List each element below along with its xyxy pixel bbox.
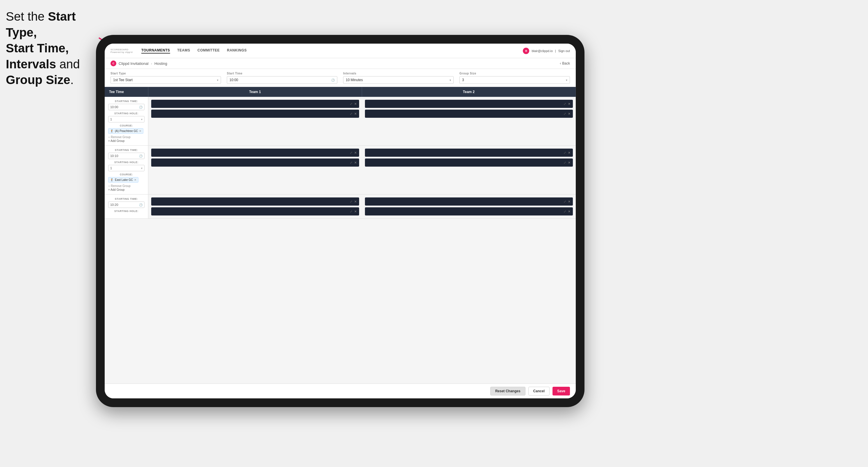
intervals-label: Intervals: [343, 72, 454, 75]
remove-group-0[interactable]: ○ Remove Group: [108, 135, 145, 139]
expand-icon-1-2[interactable]: ⤢: [350, 161, 352, 164]
close-icon-1-1[interactable]: ✕: [354, 151, 357, 155]
close-icon-1-4[interactable]: ✕: [568, 161, 570, 164]
logo-sub: Powered by clipp'd: [111, 51, 133, 54]
expand-icon-2-2[interactable]: ⤢: [350, 210, 352, 213]
expand-icon-1-4[interactable]: ⤢: [563, 161, 566, 164]
group-size-group: Group Size 3 ▾: [460, 72, 570, 84]
course-label-1: COURSE:: [108, 173, 145, 176]
course-remove-1[interactable]: ✕: [134, 178, 136, 182]
close-icon-2-3[interactable]: ✕: [568, 200, 570, 204]
clock-icon-0: 🕐: [139, 105, 143, 109]
expand-icon-0-1[interactable]: ⤢: [350, 102, 352, 106]
table-header: Tee Time Team 1 Team 2: [105, 87, 576, 97]
close-icon-1-3[interactable]: ✕: [568, 151, 570, 155]
annotation-line3: and: [56, 57, 80, 71]
header-tee-time: Tee Time: [105, 87, 148, 97]
expand-icon-0-3[interactable]: ⤢: [563, 102, 566, 106]
course-tag-1: 🏌 East Lake GC ✕: [108, 177, 138, 183]
start-type-group: Start Type 1st Tee Start ▾: [111, 72, 221, 84]
player-slot-0-3: ⤢ ✕: [365, 100, 573, 108]
start-time-select[interactable]: 10:00 🕐: [227, 76, 337, 84]
back-button[interactable]: ‹ Back: [560, 61, 570, 65]
footer-bar: Reset Changes Cancel Save: [105, 383, 576, 398]
start-type-select[interactable]: 1st Tee Start ▾: [111, 76, 221, 84]
team1-slots-2: ⤢ ✕ ⤢ ✕: [148, 194, 362, 218]
player-slot-2-4: ⤢ ✕: [365, 207, 573, 215]
reset-changes-button[interactable]: Reset Changes: [490, 387, 525, 396]
starting-hole-value-1: 1: [110, 166, 112, 170]
table-row: STARTING TIME: 10:00 🕐 STARTING HOLE: 1 …: [105, 97, 576, 146]
expand-icon-2-1[interactable]: ⤢: [350, 200, 352, 204]
expand-icon-1-1[interactable]: ⤢: [350, 151, 352, 155]
team1-slots-1: ⤢ ✕ ⤢ ✕: [148, 146, 362, 194]
close-icon-0-4[interactable]: ✕: [568, 112, 570, 116]
expand-icon-1-3[interactable]: ⤢: [563, 151, 566, 155]
player-slot-1-1: ⤢ ✕: [151, 149, 359, 157]
close-icon-2-2[interactable]: ✕: [354, 210, 357, 213]
group-size-select[interactable]: 3 ▾: [460, 76, 570, 84]
back-chevron: ‹: [560, 61, 561, 65]
table-content: STARTING TIME: 10:00 🕐 STARTING HOLE: 1 …: [105, 97, 576, 383]
expand-icon-0-4[interactable]: ⤢: [563, 112, 566, 116]
add-group-1[interactable]: + Add Group: [108, 188, 145, 191]
hole-chevron-1: ▾: [141, 167, 143, 170]
player-slot-2-2: ⤢ ✕: [151, 207, 359, 215]
expand-icon-0-2[interactable]: ⤢: [350, 112, 352, 116]
close-icon-2-1[interactable]: ✕: [354, 200, 357, 204]
intervals-value: 10 Minutes: [346, 78, 363, 82]
team2-slots-0: ⤢ ✕ ⤢ ✕: [362, 97, 576, 146]
team2-slots-2: ⤢ ✕ ⤢ ✕: [362, 194, 576, 218]
player-slot-1-3: ⤢ ✕: [365, 149, 573, 157]
navbar: SCOREBOARD Powered by clipp'd TOURNAMENT…: [105, 43, 576, 58]
sign-out-link[interactable]: Sign out: [558, 49, 570, 53]
table-row: STARTING TIME: 10:20 🕐 STARTING HOLE: ⤢ …: [105, 194, 576, 219]
add-group-0[interactable]: + Add Group: [108, 139, 145, 143]
remove-group-1[interactable]: ○ Remove Group: [108, 184, 145, 188]
expand-icon-2-3[interactable]: ⤢: [563, 200, 566, 204]
start-time-chevron: 🕐: [331, 79, 335, 82]
tee-left-0: STARTING TIME: 10:00 🕐 STARTING HOLE: 1 …: [105, 97, 148, 146]
start-type-value: 1st Tee Start: [113, 78, 133, 82]
course-name-0: (A) Peachtree GC: [115, 129, 138, 133]
nav-rankings[interactable]: RANKINGS: [227, 48, 247, 54]
remove-circle-icon-1: ○: [108, 184, 110, 188]
team2-slots-1: ⤢ ✕ ⤢ ✕: [362, 146, 576, 194]
starting-hole-input-0[interactable]: 1 ▾: [108, 116, 145, 122]
close-icon-0-2[interactable]: ✕: [354, 112, 357, 116]
nav-committee[interactable]: COMMITTEE: [197, 48, 220, 54]
starting-time-input-0[interactable]: 10:00 🕐: [108, 104, 145, 110]
team1-slots-0: ⤢ ✕ ⤢ ✕: [148, 97, 362, 146]
user-email: blair@clippd.io: [532, 49, 553, 53]
nav-tournaments[interactable]: TOURNAMENTS: [141, 48, 170, 54]
back-label: Back: [562, 61, 570, 65]
starting-hole-label-2: STARTING HOLE:: [108, 210, 145, 213]
starting-time-input-1[interactable]: 10:10 🕐: [108, 153, 145, 159]
close-icon-1-2[interactable]: ✕: [354, 161, 357, 164]
starting-time-input-2[interactable]: 10:20 🕐: [108, 201, 145, 208]
hole-chevron-0: ▾: [141, 118, 143, 121]
starting-hole-label-1: STARTING HOLE:: [108, 161, 145, 164]
expand-icon-2-4[interactable]: ⤢: [563, 210, 566, 213]
starting-time-value-1: 10:10: [110, 154, 118, 158]
tee-left-1: STARTING TIME: 10:10 🕐 STARTING HOLE: 1 …: [105, 146, 148, 194]
save-button[interactable]: Save: [553, 387, 570, 396]
course-remove-0[interactable]: ✕: [139, 129, 141, 133]
close-icon-2-4[interactable]: ✕: [568, 210, 570, 213]
user-avatar: B: [523, 48, 529, 54]
course-label-0: COURSE:: [108, 124, 145, 127]
intervals-select[interactable]: 10 Minutes ▾: [343, 76, 454, 84]
close-icon-0-3[interactable]: ✕: [568, 102, 570, 106]
start-time-label: Start Time: [227, 72, 337, 75]
tablet-frame: SCOREBOARD Powered by clipp'd TOURNAMENT…: [96, 35, 585, 407]
annotation-bold4: Group Size: [6, 73, 70, 87]
starting-hole-value-0: 1: [110, 118, 112, 121]
close-icon-0-1[interactable]: ✕: [354, 102, 357, 106]
starting-hole-input-1[interactable]: 1 ▾: [108, 165, 145, 171]
intervals-chevron: ▾: [450, 79, 451, 82]
breadcrumb-section: Hosting: [154, 61, 167, 66]
nav-teams[interactable]: TEAMS: [177, 48, 190, 54]
course-tag-0: 🏌 (A) Peachtree GC ✕: [108, 128, 143, 134]
course-name-1: East Lake GC: [115, 178, 133, 182]
cancel-button[interactable]: Cancel: [528, 387, 550, 396]
